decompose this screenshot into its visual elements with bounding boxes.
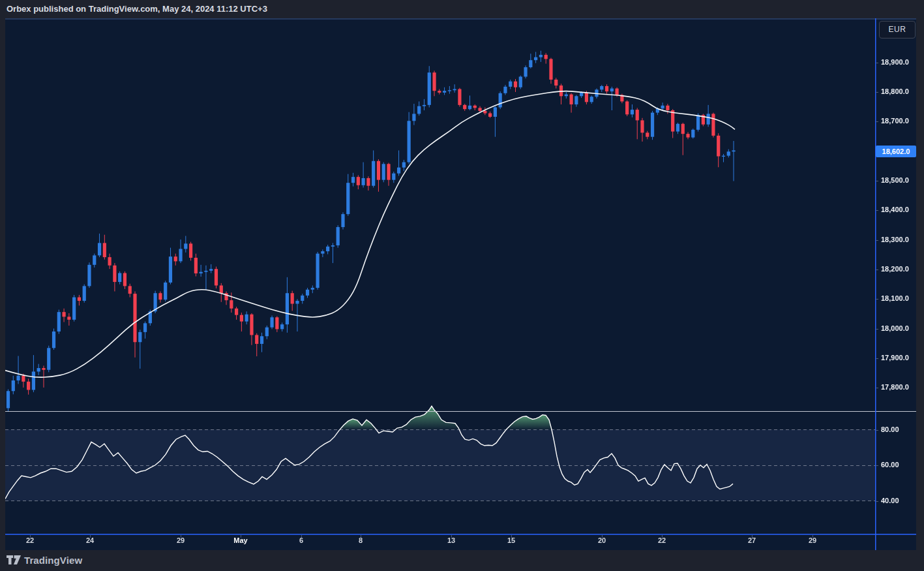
time-axis-label: 22 [16, 536, 44, 544]
time-axis-label: 29 [166, 536, 195, 544]
time-axis-label: 13 [437, 536, 466, 544]
price-axis-label: 18,000.0 [881, 324, 909, 332]
price-axis-label: 18,900.0 [881, 58, 909, 66]
time-axis-label: 6 [287, 536, 316, 544]
tradingview-logo[interactable]: TradingView [7, 555, 82, 566]
last-price-badge: 18,602.0 [876, 146, 916, 157]
time-axis-label: May [226, 536, 255, 544]
time-axis-label: 29 [798, 536, 827, 544]
time-axis-label: 15 [497, 536, 526, 544]
rsi-axis-label: 60.00 [881, 461, 899, 469]
price-axis-label: 18,200.0 [881, 265, 909, 273]
time-axis-label: 24 [76, 536, 104, 544]
price-chart-canvas[interactable] [5, 18, 916, 550]
frame-right [916, 18, 924, 550]
time-axis-label: 22 [648, 536, 676, 544]
rsi-axis-label: 40.00 [881, 497, 899, 504]
price-axis-label: 17,800.0 [881, 383, 909, 391]
currency-badge: EUR [879, 21, 916, 39]
time-axis-label: 27 [738, 536, 766, 544]
price-axis-label: 18,400.0 [881, 206, 909, 213]
tradingview-mark-icon [7, 555, 21, 565]
header-bar: Orbex published on TradingView.com, May … [0, 0, 924, 18]
time-axis-label: 20 [588, 536, 616, 544]
price-axis-label: 18,300.0 [881, 236, 909, 243]
time-axis-label: 8 [346, 536, 375, 544]
publish-title: Orbex published on TradingView.com, May … [7, 0, 267, 18]
frame-left [0, 18, 5, 550]
footer-bar: TradingView [0, 550, 924, 571]
rsi-axis-label: 80.00 [881, 425, 899, 433]
price-axis-label: 18,100.0 [881, 294, 909, 302]
price-axis-label: 18,500.0 [881, 176, 909, 184]
chart-region [5, 18, 916, 550]
price-axis-label: 18,800.0 [881, 87, 909, 95]
tradingview-published-chart: Orbex published on TradingView.com, May … [0, 0, 924, 571]
tradingview-brand-text: TradingView [24, 555, 82, 566]
price-axis-label: 17,900.0 [881, 354, 909, 362]
price-axis-label: 18,700.0 [881, 117, 909, 125]
